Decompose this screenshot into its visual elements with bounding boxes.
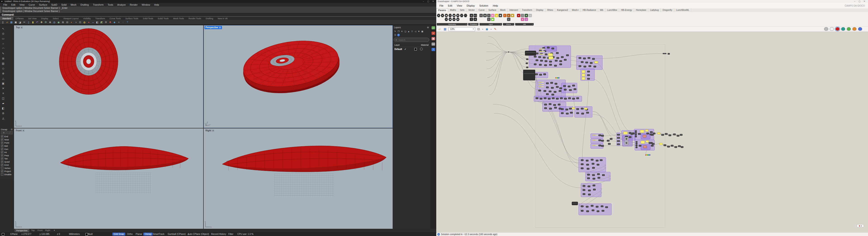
gh-tab-transform[interactable]: Transform (520, 8, 534, 12)
tool-icon-12[interactable]: ✕ (1, 86, 6, 91)
gh-panel-node[interactable] (646, 140, 649, 142)
checkbox-icon[interactable]: ✓ (1, 138, 3, 141)
toolbar-tab-mesh-tools[interactable]: Mesh Tools (171, 17, 186, 20)
util-component-icon-4[interactable]: ● (521, 18, 524, 21)
rhino-menu-render[interactable]: Render (128, 3, 140, 6)
rhino-menu-window[interactable]: Window (140, 3, 152, 6)
viewport-label-perspective[interactable]: Perspective▼ (205, 26, 222, 29)
checkbox-icon[interactable]: ✓ (1, 164, 3, 166)
osnap-option-vertex[interactable]: Vertex (0, 166, 13, 170)
viewport-front[interactable]: Front▼ xz (14, 128, 203, 229)
gh-panel-node[interactable] (641, 141, 645, 144)
tool-icon-18[interactable]: ◬ (1, 116, 6, 121)
checkbox-icon[interactable]: ✓ (1, 145, 3, 147)
util-component-icon-5[interactable]: △ (525, 18, 528, 21)
status-cpu-use-1-0-[interactable]: CPU use: 1.0 % (237, 233, 253, 236)
toolbar-tab-new-in-v8[interactable]: New in V8 (215, 17, 230, 20)
gh-tab-lunchboxml[interactable]: LunchBoxML (674, 8, 691, 12)
geometry-component-icon-6[interactable]: ↗ (460, 14, 463, 17)
gh-tab-surface[interactable]: Surface (487, 8, 498, 12)
gh-tab-kangaroo2[interactable]: Kangaroo2 (555, 8, 570, 12)
sketch-pen-icon[interactable]: ✎ (493, 27, 497, 31)
expand-plus-icon[interactable]: + (466, 23, 467, 26)
options-icon[interactable]: ⚙ (104, 20, 108, 24)
gh-cluster-node[interactable] (523, 70, 535, 80)
window-button[interactable]: ▢ (859, 0, 861, 3)
toolbar-tab-surface-tools[interactable]: Surface Tools (123, 17, 141, 20)
lock-icon[interactable]: ◩ (100, 20, 103, 24)
geometry-component-icon-1[interactable]: ● (441, 14, 444, 17)
input-component-icon-4[interactable]: ◢ (495, 14, 498, 17)
canvas-corner-widget[interactable] (857, 224, 864, 228)
display-mode-1[interactable] (830, 27, 834, 31)
status-filter[interactable]: Filter (228, 233, 233, 236)
save-icon[interactable]: ▦ (443, 27, 447, 31)
osnap-option-point[interactable]: ✓Point (0, 141, 13, 144)
layers-tool-icon-5[interactable]: ▽ (411, 30, 413, 33)
split-view-icon[interactable]: ⊟ (65, 20, 69, 24)
render-preview-icon[interactable]: ◑ (74, 20, 78, 24)
display-mode-3[interactable] (841, 27, 845, 31)
gh-tab-honeybee[interactable]: Honeybee (634, 8, 648, 12)
chevron-down-icon[interactable]: ▼ (219, 26, 221, 29)
gh-menu-file[interactable]: File (437, 4, 446, 7)
gh-panel-node[interactable] (659, 143, 662, 145)
tool-icon-14[interactable]: ◫ (1, 96, 6, 101)
rhino-menu-mesh[interactable]: Mesh (68, 3, 79, 6)
layers-tool-icon-4[interactable]: ▲ (407, 30, 410, 33)
tool-icon-16[interactable]: ◧ (1, 106, 6, 111)
primitive-component-icon-1[interactable]: 0.1 (473, 14, 477, 17)
layers-tool-icon-1[interactable]: ❐ (397, 30, 400, 33)
layers-tool-icon-7[interactable]: ▼ (417, 30, 420, 33)
gh-node[interactable] (635, 136, 637, 137)
input-component-icon-5[interactable]: ◉ (499, 14, 502, 17)
input-component-icon-0[interactable]: ▭ (479, 14, 483, 17)
osnap-option-int[interactable]: ✓Int (0, 151, 13, 154)
zoom-extents-icon[interactable]: ◉ (57, 20, 61, 24)
hidden-icon[interactable]: ◌ (121, 20, 125, 24)
primitive-component-icon-2[interactable]: 7 (470, 18, 473, 21)
toolbar-tab-render-tools[interactable]: Render Tools (186, 17, 204, 20)
expand-plus-icon[interactable]: + (513, 23, 514, 26)
toolbar-tab-cplanes[interactable]: CPlanes (13, 17, 26, 20)
gh-tab-params[interactable]: Params (436, 8, 448, 12)
layers-tool-icon-6[interactable]: ◁ (414, 30, 417, 33)
toolbar-tab-standard[interactable]: Standard (0, 17, 13, 20)
layers-tool2-icon-0[interactable]: ☰ (394, 34, 397, 36)
tool-icon-10[interactable]: △ (1, 76, 6, 81)
tool-icon-9[interactable]: ⊕ (1, 71, 6, 76)
osnap-option-tan[interactable]: ✓Tan (0, 157, 13, 160)
undo-icon[interactable]: ↶ (35, 20, 39, 24)
gh-panel-node[interactable] (549, 57, 553, 59)
gh-tab-rhino[interactable]: Rhino (546, 8, 555, 12)
shade-icon[interactable]: ◐ (70, 20, 73, 24)
primitive-component-icon-0[interactable]: ◎ (470, 14, 473, 17)
display-mode-6[interactable] (858, 27, 862, 31)
gh-panel-node[interactable] (584, 108, 587, 110)
rhino-menu-drafting[interactable]: Drafting (79, 3, 91, 6)
chevron-down-icon[interactable]: ▼ (212, 129, 214, 132)
circle-tool-icon[interactable]: ○ (117, 20, 121, 24)
window-button[interactable]: ✕ (432, 0, 434, 3)
gh-node[interactable] (668, 53, 670, 55)
toolbar-tab-select[interactable]: Select (51, 17, 61, 20)
osnap-option-quad[interactable]: ✓Quad (0, 160, 13, 163)
layer-material-circle[interactable] (420, 48, 423, 51)
gh-menu-solution[interactable]: Solution (477, 4, 491, 7)
rotate-view-icon[interactable]: ⟳ (44, 20, 48, 24)
gh-tab-hb-radiance[interactable]: HB-Radiance (581, 8, 598, 12)
tool-icon-5[interactable]: ✎ (1, 51, 6, 56)
window-button[interactable]: – (423, 0, 424, 3)
gh-panel-node[interactable] (623, 132, 627, 134)
help-tab-icon[interactable]: ? (432, 48, 435, 51)
print-icon[interactable]: ▣ (14, 20, 18, 24)
input-component-icon-7[interactable]: ▦ (491, 18, 494, 21)
material-icon[interactable]: ◈ (113, 20, 116, 24)
geometry-component-icon-0[interactable]: ✕ (437, 14, 440, 17)
gh-tab-intersect[interactable]: Intersect (508, 8, 520, 12)
viewport-label-right[interactable]: Right▼ (205, 129, 215, 132)
display-tab-icon[interactable]: ◉ (432, 37, 435, 40)
gh-panel-node[interactable] (582, 77, 585, 80)
osnap-option-cen[interactable]: ✓Cen (0, 147, 13, 151)
viewport-tab-add[interactable]: ▾ (53, 229, 56, 232)
